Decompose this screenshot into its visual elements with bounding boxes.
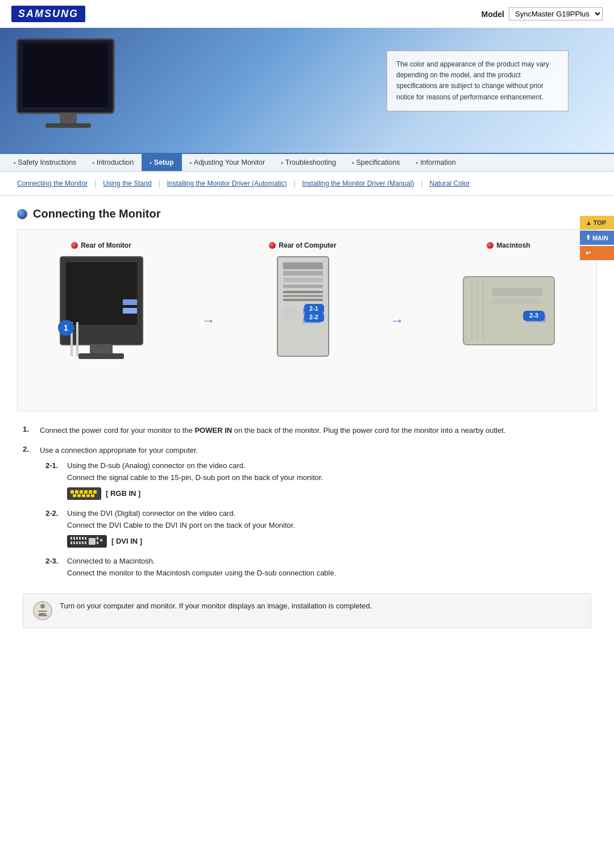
note-icon: ✓ bbox=[32, 600, 53, 621]
section-title: Connecting the Monitor bbox=[17, 207, 597, 220]
step-2: 2. Use a connection appropriate for your… bbox=[23, 445, 591, 584]
step-2-text: Use a connection appropriate for your co… bbox=[40, 446, 198, 454]
svg-rect-16 bbox=[283, 271, 323, 276]
svg-text:2-2: 2-2 bbox=[309, 314, 318, 320]
svg-rect-48 bbox=[82, 494, 85, 497]
breadcrumb-stand[interactable]: Using the Stand bbox=[97, 177, 157, 190]
nav-bar: Safety Instructions Introduction Setup A… bbox=[0, 153, 614, 172]
svg-rect-67 bbox=[100, 539, 102, 541]
svg-rect-61 bbox=[79, 541, 81, 544]
svg-rect-64 bbox=[89, 538, 96, 545]
step-1-bold: POWER IN bbox=[194, 426, 232, 435]
nav-safety[interactable]: Safety Instructions bbox=[6, 154, 84, 171]
macintosh-svg: 2-3 bbox=[458, 271, 560, 368]
svg-rect-44 bbox=[89, 490, 92, 494]
sub-step-21: 2-1. Using the D-sub (Analog) connector … bbox=[45, 461, 336, 502]
nav-information[interactable]: Information bbox=[408, 154, 464, 171]
svg-rect-50 bbox=[91, 494, 94, 497]
nav-setup[interactable]: Setup bbox=[142, 154, 181, 171]
dvi-port-icon: [ DVI IN ] bbox=[67, 533, 295, 550]
svg-rect-60 bbox=[76, 541, 78, 544]
sub-step-23: 2-3. Connected to a Macintosh. Connect t… bbox=[45, 557, 336, 577]
svg-rect-42 bbox=[80, 490, 83, 494]
svg-rect-55 bbox=[79, 537, 81, 540]
svg-rect-41 bbox=[75, 490, 78, 494]
sub-steps: 2-1. Using the D-sub (Analog) connector … bbox=[40, 461, 336, 577]
step-1-number: 1. bbox=[23, 425, 34, 437]
svg-rect-58 bbox=[70, 541, 72, 544]
instructions-area: 1. Connect the power cord for your monit… bbox=[17, 425, 597, 628]
macintosh-label: Macintosh bbox=[487, 241, 530, 249]
arrow-monitor-to-computer: → bbox=[202, 312, 215, 328]
monitor-rear-svg: 1 bbox=[55, 254, 148, 368]
sub-step-22: 2-2. Using the DVI (Digital) connector o… bbox=[45, 509, 336, 550]
side-buttons-panel: ▲ TOP ⬆ MAIN ↩ bbox=[580, 216, 614, 260]
hero-monitor-image bbox=[11, 34, 125, 141]
rear-computer-dot bbox=[269, 242, 276, 249]
svg-rect-20 bbox=[283, 295, 323, 297]
sub-23-content: Connected to a Macintosh. Connect the mo… bbox=[67, 557, 336, 577]
svg-rect-63 bbox=[85, 541, 86, 544]
rear-monitor-dot bbox=[71, 242, 78, 249]
step-1: 1. Connect the power cord for your monit… bbox=[23, 425, 591, 437]
model-label: Model bbox=[482, 10, 504, 19]
arrow-computer-to-mac: → bbox=[391, 312, 404, 328]
sub-21-line1: Using the D-sub (Analog) connector on th… bbox=[67, 461, 323, 470]
hero-notice-text: The color and appearance of the product … bbox=[396, 60, 549, 101]
svg-rect-3 bbox=[45, 123, 91, 128]
dvi-port-graphic bbox=[67, 535, 107, 548]
svg-rect-7 bbox=[123, 308, 137, 314]
connection-diagram: Rear of Monitor bbox=[17, 229, 597, 411]
top-button[interactable]: ▲ TOP bbox=[580, 216, 614, 229]
dvi-port-label: [ DVI IN ] bbox=[111, 537, 142, 545]
breadcrumb-natural-color[interactable]: Natural Color bbox=[424, 177, 475, 190]
svg-rect-70 bbox=[38, 611, 47, 612]
nav-introduction[interactable]: Introduction bbox=[84, 154, 142, 171]
nav-specifications-label: Specifications bbox=[356, 158, 400, 166]
svg-text:2-1: 2-1 bbox=[309, 305, 318, 312]
svg-rect-47 bbox=[77, 494, 81, 497]
sub-22-number: 2-2. bbox=[45, 509, 61, 518]
link-button[interactable]: ↩ bbox=[580, 246, 614, 260]
breadcrumb-connecting[interactable]: Connecting the Monitor bbox=[11, 177, 93, 190]
svg-rect-40 bbox=[70, 490, 74, 494]
nav-setup-label: Setup bbox=[154, 158, 174, 166]
rgb-port-icon: [ RGB IN ] bbox=[67, 485, 323, 502]
breadcrumb-install-manual[interactable]: Installing the Monitor Driver (Manual) bbox=[297, 177, 420, 190]
svg-point-72 bbox=[40, 604, 45, 608]
sub-23-number: 2-3. bbox=[45, 557, 61, 565]
nav-information-label: Information bbox=[420, 158, 456, 166]
svg-rect-2 bbox=[60, 113, 77, 124]
svg-rect-62 bbox=[82, 541, 84, 544]
rear-monitor-section: Rear of Monitor bbox=[55, 241, 148, 369]
svg-rect-21 bbox=[283, 299, 323, 301]
nav-specifications[interactable]: Specifications bbox=[344, 154, 408, 171]
rear-computer-label: Rear of Computer bbox=[269, 241, 336, 249]
model-selector-area: Model SyncMaster G19PPlus bbox=[482, 7, 603, 20]
svg-rect-5 bbox=[66, 262, 137, 325]
step-1-text: Connect the power cord for your monitor … bbox=[40, 425, 505, 437]
breadcrumb-nav: Connecting the Monitor | Using the Stand… bbox=[0, 172, 614, 196]
hero-banner: The color and appearance of the product … bbox=[0, 28, 614, 153]
svg-rect-43 bbox=[84, 490, 88, 494]
sub-23-line2: Connect the monitor to the Macintosh com… bbox=[67, 569, 336, 577]
samsung-logo: SAMSUNG bbox=[11, 6, 85, 22]
svg-rect-52 bbox=[70, 537, 72, 540]
svg-rect-19 bbox=[283, 291, 323, 293]
svg-rect-24 bbox=[283, 308, 294, 312]
sub-22-line1: Using the DVI (Digital) connector on the… bbox=[67, 509, 295, 518]
model-select[interactable]: SyncMaster G19PPlus bbox=[509, 7, 603, 20]
svg-text:1: 1 bbox=[64, 323, 68, 332]
nav-adjusting[interactable]: Adjusting Your Monitor bbox=[182, 154, 273, 171]
macintosh-dot bbox=[487, 242, 493, 249]
nav-safety-label: Safety Instructions bbox=[18, 158, 77, 166]
svg-rect-17 bbox=[283, 278, 323, 282]
main-button[interactable]: ⬆ MAIN bbox=[580, 231, 614, 245]
nav-troubleshooting[interactable]: Troubleshooting bbox=[273, 154, 344, 171]
breadcrumb-install-auto[interactable]: Installing the Monitor Driver (Automatic… bbox=[161, 177, 293, 190]
svg-rect-6 bbox=[123, 299, 137, 305]
svg-rect-49 bbox=[86, 494, 90, 497]
sub-21-line2: Connect the signal cable to the 15-pin, … bbox=[67, 473, 323, 482]
note-text: Turn on your computer and monitor. If yo… bbox=[60, 600, 372, 612]
svg-rect-46 bbox=[73, 494, 76, 497]
